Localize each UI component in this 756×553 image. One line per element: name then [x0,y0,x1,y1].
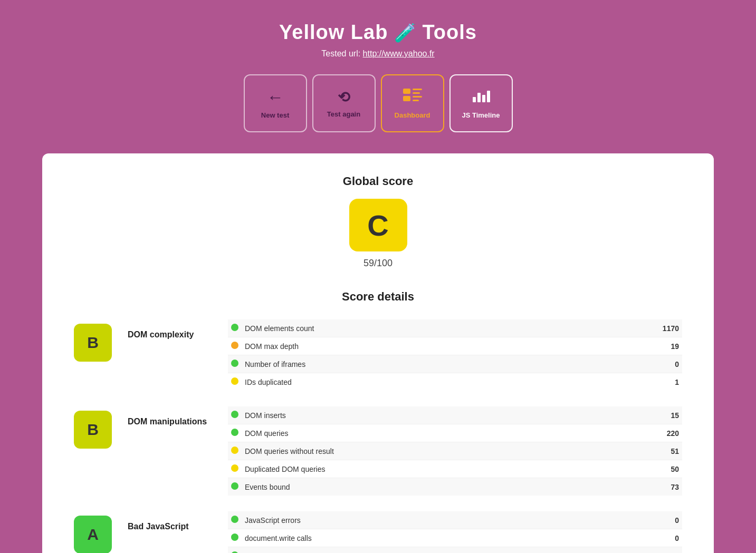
dom-manipulations-badge: B [74,411,112,449]
dot-yellow [231,464,238,472]
table-row: Events bound 73 [228,478,682,496]
dom-complexity-badge: B [74,324,112,362]
dot-orange [231,342,238,349]
tested-url-line: Tested url: http://www.yahoo.fr [11,49,745,59]
dom-complexity-section: B DOM complexity DOM elements count 1170… [74,319,682,391]
svg-rect-5 [413,100,419,101]
dot-yellow [231,377,238,385]
dot-green [231,324,238,331]
table-row: DOM queries 220 [228,424,682,442]
svg-rect-1 [403,96,410,101]
dom-manipulations-metrics: DOM inserts 15 DOM queries 220 DOM queri… [228,406,682,496]
bad-javascript-badge: A [74,516,112,553]
js-timeline-label: JS Timeline [462,111,500,119]
dot-yellow [231,447,238,454]
dot-green [231,516,238,523]
content-area: Global score C 59/100 Score details B DO… [42,153,714,553]
bar-chart-icon [472,88,491,107]
table-row: Console logs 0 [228,547,682,554]
page-title: Yellow Lab 🧪 Tools [11,21,745,44]
table-row: DOM inserts 15 [228,406,682,424]
dom-manipulations-label: DOM manipulations [128,406,212,426]
svg-rect-2 [413,89,422,90]
dot-green [231,429,238,436]
dashboard-icon [403,88,422,107]
table-row: IDs duplicated 1 [228,373,682,391]
dot-green [231,533,238,541]
table-row: Duplicated DOM queries 50 [228,460,682,478]
table-row: document.write calls 0 [228,529,682,547]
table-row: Number of iframes 0 [228,355,682,373]
dot-green [231,482,238,490]
table-row: DOM max depth 19 [228,337,682,355]
new-test-button[interactable]: ← New test [244,74,307,132]
table-row: DOM queries without result 51 [228,442,682,460]
refresh-icon: ⟲ [338,89,350,106]
svg-rect-9 [487,91,490,102]
flask-icon: 🧪 [394,23,422,43]
table-row: DOM elements count 1170 [228,319,682,337]
test-again-label: Test again [327,110,360,118]
page-header: Yellow Lab 🧪 Tools Tested url: http://ww… [0,0,756,153]
table-row: JavaScript errors 0 [228,511,682,529]
global-score-title: Global score [74,174,682,188]
dot-green [231,360,238,367]
nav-buttons: ← New test ⟲ Test again Dashboard [11,74,745,132]
bad-javascript-label: Bad JavaScript [128,511,212,531]
dom-complexity-label: DOM complexity [128,319,212,339]
global-score-number: 59/100 [74,258,682,269]
global-score-badge: C [349,199,407,251]
new-test-label: New test [261,111,289,119]
bad-javascript-metrics: JavaScript errors 0 document.write calls… [228,511,682,553]
test-again-button[interactable]: ⟲ Test again [312,74,376,132]
svg-rect-3 [413,92,420,94]
svg-rect-4 [413,96,422,98]
dot-green [231,411,238,418]
score-details-title: Score details [74,290,682,304]
svg-rect-6 [473,97,476,102]
bad-javascript-section: A Bad JavaScript JavaScript errors 0 doc… [74,511,682,553]
global-score-section: Global score C 59/100 [74,174,682,269]
dom-complexity-metrics: DOM elements count 1170 DOM max depth 19… [228,319,682,391]
svg-rect-7 [477,93,481,102]
dashboard-button[interactable]: Dashboard [381,74,444,132]
js-timeline-button[interactable]: JS Timeline [449,74,513,132]
back-arrow-icon: ← [267,88,284,107]
svg-rect-0 [403,89,410,94]
svg-rect-8 [482,95,485,102]
dom-manipulations-section: B DOM manipulations DOM inserts 15 DOM q… [74,406,682,496]
dashboard-label: Dashboard [395,111,430,119]
tested-url-link[interactable]: http://www.yahoo.fr [363,49,435,58]
